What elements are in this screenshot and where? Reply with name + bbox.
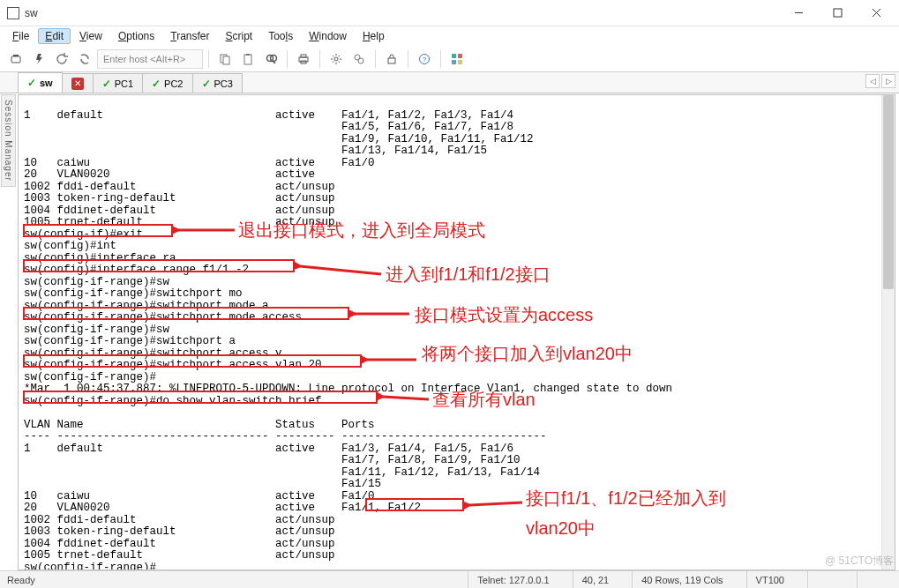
scrollbar[interactable] [881, 95, 895, 569]
svg-rect-23 [458, 54, 462, 58]
maximize-button[interactable] [818, 1, 857, 26]
session-manager-tab[interactable]: Session Manager [1, 94, 16, 187]
status-ready: Ready [7, 575, 35, 585]
disconnect-icon[interactable] [74, 48, 95, 70]
app-icon [7, 7, 19, 19]
status-num [857, 571, 892, 588]
check-icon: ✓ [202, 78, 211, 90]
find-icon[interactable] [260, 48, 281, 70]
tab-sw[interactable]: ✓sw [18, 72, 63, 93]
terminal[interactable]: 1 default active Fa1/1, Fa1/2, Fa1/3, Fa… [19, 95, 895, 569]
scrollbar-thumb[interactable] [883, 95, 894, 289]
menu-bar: File Edit View Options Transfer Script T… [0, 26, 899, 46]
status-cursor: 40, 21 [573, 571, 618, 588]
host-input[interactable]: Enter host <Alt+R> [97, 49, 203, 69]
status-telnet: Telnet: 127.0.0.1 [468, 571, 558, 588]
menu-transfer[interactable]: Transfer [163, 28, 216, 44]
svg-rect-9 [246, 54, 250, 56]
title-bar: sw [0, 0, 899, 26]
session-tabs: ✓sw ✕ ✓PC1 ✓PC2 ✓PC3 ◁ ▷ [0, 72, 899, 93]
terminal-pane: 1 default active Fa1/1, Fa1/2, Fa1/3, Fa… [18, 94, 895, 570]
menu-script[interactable]: Script [219, 28, 260, 44]
quick-connect-icon[interactable] [28, 48, 49, 70]
status-term: VT100 [746, 571, 793, 588]
menu-window[interactable]: Window [302, 28, 354, 44]
menu-file[interactable]: File [5, 28, 36, 44]
svg-rect-4 [11, 56, 20, 63]
menu-view[interactable]: View [72, 28, 109, 44]
svg-rect-8 [244, 55, 251, 64]
menu-help[interactable]: Help [356, 28, 392, 44]
svg-rect-25 [458, 60, 462, 64]
svg-rect-1 [834, 9, 842, 17]
tab-close[interactable]: ✕ [62, 73, 94, 93]
svg-text:?: ? [423, 56, 427, 63]
connect-icon[interactable] [5, 48, 26, 70]
svg-rect-7 [223, 56, 229, 64]
status-size: 40 Rows, 119 Cols [632, 571, 731, 588]
paste-icon[interactable] [237, 48, 258, 70]
tile-icon[interactable] [446, 48, 468, 70]
svg-rect-22 [452, 54, 456, 58]
help-icon[interactable]: ? [414, 48, 435, 70]
status-bar: Ready Telnet: 127.0.0.1 40, 21 40 Rows, … [0, 570, 899, 588]
window-title: sw [25, 7, 779, 19]
status-caps [807, 571, 843, 588]
check-icon: ✓ [102, 78, 111, 90]
lock-icon[interactable] [381, 48, 402, 70]
menu-tools[interactable]: Tools [261, 28, 300, 44]
reconnect-icon[interactable] [51, 48, 72, 70]
session-options-icon[interactable] [348, 48, 370, 70]
tab-prev-icon[interactable]: ◁ [865, 74, 880, 88]
minimize-button[interactable] [779, 1, 818, 26]
svg-point-16 [334, 57, 338, 61]
menu-options[interactable]: Options [111, 28, 161, 44]
check-icon: ✓ [27, 77, 36, 89]
terminal-output: 1 default active Fa1/1, Fa1/2, Fa1/3, Fa… [19, 95, 895, 569]
check-icon: ✓ [152, 78, 161, 90]
tab-pc3[interactable]: ✓PC3 [192, 73, 243, 93]
svg-rect-24 [452, 60, 456, 64]
x-icon: ✕ [71, 78, 84, 90]
toolbar: Enter host <Alt+R> ? [0, 46, 899, 72]
watermark: @ 51CTO博客 [825, 554, 894, 569]
copy-icon[interactable] [214, 48, 236, 70]
svg-point-18 [358, 58, 363, 63]
settings-icon[interactable] [326, 48, 347, 70]
svg-rect-14 [301, 55, 306, 57]
svg-rect-5 [13, 55, 19, 56]
tab-pc1[interactable]: ✓PC1 [93, 73, 143, 93]
svg-rect-19 [388, 58, 395, 63]
print-icon[interactable] [293, 48, 314, 70]
tab-next-icon[interactable]: ▷ [881, 74, 895, 88]
close-button[interactable] [857, 1, 895, 26]
menu-edit[interactable]: Edit [38, 28, 71, 44]
tab-pc2[interactable]: ✓PC2 [142, 73, 192, 93]
